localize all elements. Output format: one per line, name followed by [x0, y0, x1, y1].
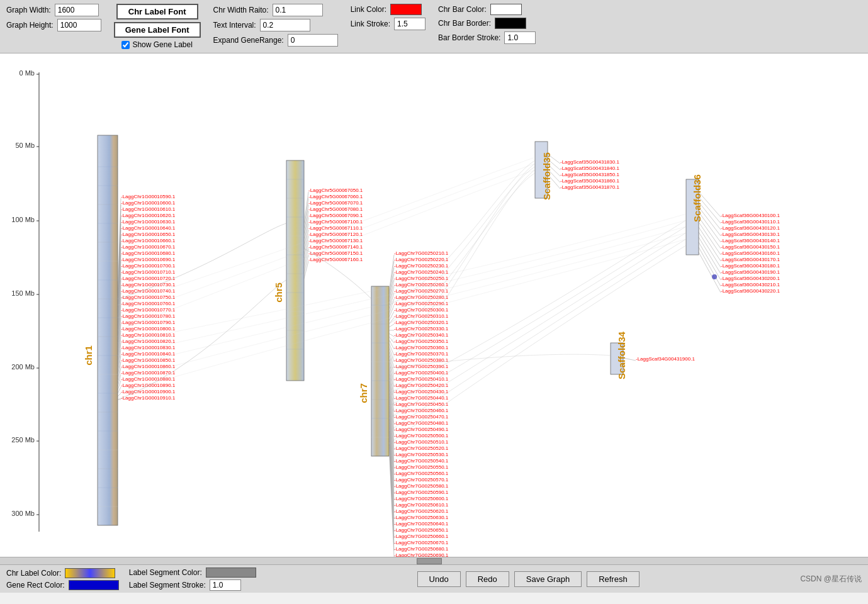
graph-height-input[interactable]: [57, 19, 101, 31]
svg-text:-LaggChr1G00010770.1: -LaggChr1G00010770.1: [121, 307, 176, 313]
chr5-bar: [286, 160, 304, 381]
graph-width-row: Graph Width:: [6, 4, 101, 16]
label-segment-color-swatch[interactable]: [206, 568, 256, 578]
svg-text:-LaggChr7G00250490.1: -LaggChr7G00250490.1: [394, 427, 449, 432]
svg-text:-LaggChr7G00250370.1: -LaggChr7G00250370.1: [394, 351, 449, 357]
genome-view-container: 0 Mb 50 Mb 100 Mb 150 Mb 200 Mb 250 Mb 3…: [0, 53, 868, 557]
svg-text:-LaggChr1G00010840.1: -LaggChr1G00010840.1: [121, 351, 176, 357]
svg-text:-LaggChr1G00010780.1: -LaggChr1G00010780.1: [121, 313, 176, 319]
svg-line-265: [699, 237, 721, 274]
chr-label-color-swatch[interactable]: [65, 568, 115, 578]
svg-text:-LaggScaf34G00431900.1: -LaggScaf34G00431900.1: [636, 356, 695, 362]
link-stroke-label: Link Stroke:: [351, 20, 390, 28]
font-controls: Chr Label Font Gene Label Font Show Gene…: [114, 4, 201, 49]
expand-generange-label: Expand GeneRange:: [213, 36, 284, 45]
svg-text:-LaggScaf35G00431840.1: -LaggScaf35G00431840.1: [560, 165, 619, 171]
svg-text:-LaggChr1G00010610.1: -LaggChr1G00010610.1: [121, 206, 176, 212]
svg-text:-LaggChr1G00010660.1: -LaggChr1G00010660.1: [121, 238, 176, 243]
chr-bar-controls: Chr Bar Color: Chr Bar Border: Bar Borde…: [438, 4, 536, 44]
chr5-gene-labels: -LaggChr5G00067050.1 -LaggChr5G00067060.…: [308, 187, 363, 262]
scaffold36-label: Scaffold36: [692, 174, 702, 222]
svg-line-267: [699, 247, 721, 286]
gene-label-font-button[interactable]: Gene Label Font: [114, 22, 201, 38]
text-interval-input[interactable]: [260, 19, 310, 31]
svg-text:-LaggChr5G00067140.1: -LaggChr5G00067140.1: [308, 244, 363, 250]
graph-width-input[interactable]: [55, 4, 99, 16]
chr-bar-color-swatch[interactable]: [490, 4, 522, 15]
genome-view: 0 Mb 50 Mb 100 Mb 150 Mb 200 Mb 250 Mb 3…: [0, 53, 868, 557]
genome-svg: 0 Mb 50 Mb 100 Mb 150 Mb 200 Mb 250 Mb 3…: [0, 53, 868, 557]
svg-text:-LaggChr7G00250520.1: -LaggChr7G00250520.1: [394, 445, 449, 451]
svg-text:-LaggScaf36G00430140.1: -LaggScaf36G00430140.1: [721, 238, 780, 243]
show-gene-label-text: Show Gene Label: [132, 40, 192, 49]
scaffold36-gene-labels: -LaggScaf36G00430100.1 -LaggScaf36G00430…: [721, 213, 780, 294]
show-gene-label-checkbox[interactable]: [121, 41, 130, 49]
svg-text:-LaggChr1G00010910.1: -LaggChr1G00010910.1: [121, 395, 176, 401]
graph-height-row: Graph Height:: [6, 19, 101, 31]
svg-text:-LaggChr7G00250540.1: -LaggChr7G00250540.1: [394, 458, 449, 464]
scaffold35-gene-labels: -LaggScaf35G00431830.1 -LaggScaf35G00431…: [560, 159, 619, 190]
chr-width-raito-input[interactable]: [273, 4, 323, 16]
link-stroke-row: Link Stroke:: [351, 18, 426, 30]
svg-line-184: [389, 255, 394, 293]
gene-rect-color-swatch[interactable]: [69, 580, 119, 590]
refresh-button[interactable]: Refresh: [587, 571, 640, 587]
scaffold34-gene-labels: -LaggScaf34G00431900.1: [636, 356, 695, 362]
svg-text:-LaggChr1G00010640.1: -LaggChr1G00010640.1: [121, 225, 176, 231]
label-seg-stroke-row: Label Segment Stroke:: [129, 579, 256, 591]
bar-border-stroke-input[interactable]: [504, 31, 536, 44]
chr-bar-border-label: Chr Bar Border:: [438, 19, 491, 28]
label-segment-stroke-input[interactable]: [210, 579, 241, 591]
svg-text:-LaggChr7G00250580.1: -LaggChr7G00250580.1: [394, 483, 449, 489]
svg-text:-LaggChr7G00250650.1: -LaggChr7G00250650.1: [394, 527, 449, 533]
svg-text:-LaggScaf36G00430170.1: -LaggScaf36G00430170.1: [721, 257, 780, 262]
svg-text:-LaggChr1G00010890.1: -LaggChr1G00010890.1: [121, 383, 176, 388]
scale-0mb: 0 Mb: [20, 69, 35, 77]
chr-bar-border-swatch[interactable]: [495, 18, 526, 29]
label-segment-color-label: Label Segment Color:: [129, 568, 202, 577]
gene-rect-color-row: Gene Rect Color:: [6, 580, 119, 590]
link-color-row: Link Color:: [351, 4, 426, 15]
svg-text:-LaggChr7G00250430.1: -LaggChr7G00250430.1: [394, 389, 449, 394]
redo-button[interactable]: Redo: [466, 571, 509, 587]
svg-line-268: [699, 252, 721, 293]
svg-text:-LaggChr1G00010680.1: -LaggChr1G00010680.1: [121, 250, 176, 256]
svg-text:-LaggChr1G00010690.1: -LaggChr1G00010690.1: [121, 257, 176, 262]
svg-text:-LaggChr7G00250480.1: -LaggChr7G00250480.1: [394, 420, 449, 426]
svg-line-261: [699, 217, 721, 249]
svg-text:-LaggChr7G00250690.1: -LaggChr7G00250690.1: [394, 552, 449, 557]
svg-text:-LaggChr7G00250640.1: -LaggChr7G00250640.1: [394, 521, 449, 527]
svg-text:-LaggChr1G00010820.1: -LaggChr1G00010820.1: [121, 338, 176, 344]
label-segment-stroke-label: Label Segment Stroke:: [129, 581, 206, 590]
svg-text:-LaggScaf35G00431870.1: -LaggScaf35G00431870.1: [560, 184, 619, 190]
svg-text:-LaggChr1G00010620.1: -LaggChr1G00010620.1: [121, 213, 176, 218]
scrollbar-thumb[interactable]: [417, 558, 442, 564]
svg-text:-LaggScaf35G00431830.1: -LaggScaf35G00431830.1: [560, 159, 619, 165]
chr5-label: chr5: [273, 282, 284, 303]
horizontal-scrollbar[interactable]: [0, 557, 868, 564]
chr-label-color-label: Chr Label Color:: [6, 569, 61, 578]
chr-bar-color-label: Chr Bar Color:: [438, 5, 487, 14]
bottom-toolbar: Chr Label Color: Gene Rect Color: Label …: [0, 564, 868, 593]
save-graph-button[interactable]: Save Graph: [514, 571, 582, 587]
expand-generange-input[interactable]: [288, 34, 338, 47]
svg-text:-LaggChr5G00067070.1: -LaggChr5G00067070.1: [308, 200, 363, 206]
chr-width-raito-label: Chr Width Raito:: [213, 6, 269, 14]
svg-text:-LaggScaf36G00430210.1: -LaggScaf36G00430210.1: [721, 282, 780, 288]
graph-height-label: Graph Height:: [6, 21, 54, 30]
link-stroke-input[interactable]: [394, 18, 426, 30]
color-controls: Chr Label Color: Gene Rect Color:: [6, 568, 119, 590]
svg-text:-LaggScaf36G00430120.1: -LaggScaf36G00430120.1: [721, 225, 780, 231]
undo-button[interactable]: Undo: [417, 571, 461, 587]
svg-text:-LaggChr7G00250220.1: -LaggChr7G00250220.1: [394, 257, 449, 262]
svg-text:-LaggChr7G00250630.1: -LaggChr7G00250630.1: [394, 515, 449, 520]
svg-text:-LaggScaf36G00430200.1: -LaggScaf36G00430200.1: [721, 276, 780, 281]
svg-text:-LaggChr7G00250360.1: -LaggChr7G00250360.1: [394, 345, 449, 350]
chr-label-font-button[interactable]: Chr Label Font: [116, 4, 198, 20]
link-color-swatch[interactable]: [390, 4, 422, 15]
svg-line-197: [389, 333, 394, 337]
graph-width-label: Graph Width:: [6, 6, 51, 14]
chr-label-color-row: Chr Label Color:: [6, 568, 119, 578]
svg-text:-LaggChr5G00067120.1: -LaggChr5G00067120.1: [308, 232, 363, 237]
chr7-bar: [371, 286, 389, 456]
